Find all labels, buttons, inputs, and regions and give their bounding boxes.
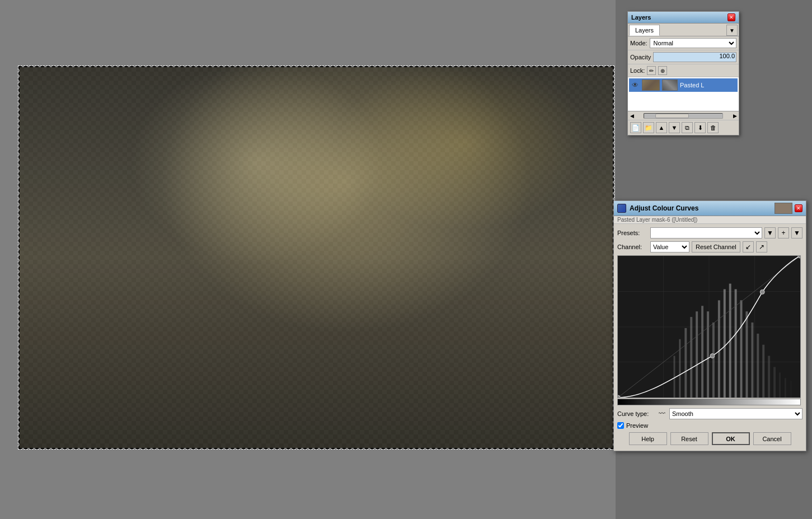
curves-channel-select[interactable]: Value Red Green Blue Alpha bbox=[650, 241, 689, 253]
svg-rect-12 bbox=[707, 311, 709, 398]
curves-content: Presets: ▼ + ▼ Channel: Value Red Green … bbox=[614, 224, 806, 451]
curves-reset-button[interactable]: Reset bbox=[670, 432, 708, 445]
layers-new-layer-btn[interactable]: 📄 bbox=[630, 122, 641, 133]
layers-tab-options[interactable]: ▼ bbox=[726, 25, 738, 36]
curves-preset-options-btn[interactable]: ▼ bbox=[791, 227, 802, 239]
layers-mode-row: Mode: Normal bbox=[628, 36, 739, 50]
svg-rect-9 bbox=[690, 317, 692, 398]
curves-presets-select[interactable] bbox=[650, 227, 762, 239]
scrollbar-thumb[interactable] bbox=[655, 114, 689, 118]
svg-rect-8 bbox=[684, 328, 687, 398]
layers-lock-label: Lock: bbox=[630, 67, 645, 74]
curve-type-wave-icon: 〰 bbox=[659, 410, 665, 418]
curves-titlebar-right: ✕ bbox=[775, 203, 802, 214]
layers-new-group-btn[interactable]: 📁 bbox=[643, 122, 654, 133]
layers-close-button[interactable]: ✕ bbox=[727, 13, 735, 21]
svg-rect-23 bbox=[768, 356, 770, 398]
svg-rect-15 bbox=[724, 289, 726, 398]
layers-panel-title: Layers bbox=[631, 14, 651, 21]
layers-move-down-btn[interactable]: ▼ bbox=[669, 122, 680, 133]
curves-panel: Adjust Colour Curves ✕ Pasted Layer mask… bbox=[613, 200, 806, 451]
scrollbar-left-arrow[interactable]: ◀ bbox=[628, 111, 636, 120]
curves-presets-dropdown-btn[interactable]: ▼ bbox=[764, 227, 776, 239]
curves-add-preset-btn[interactable]: + bbox=[778, 227, 789, 239]
curves-gradient-bar bbox=[617, 399, 801, 405]
svg-rect-11 bbox=[701, 306, 703, 398]
curves-presets-row: Presets: ▼ + ▼ bbox=[617, 227, 802, 239]
layers-opacity-value[interactable]: 100.0 bbox=[653, 52, 736, 62]
kitchen-image bbox=[20, 67, 613, 448]
curves-grid-svg bbox=[618, 256, 800, 398]
curves-graph[interactable] bbox=[617, 255, 801, 398]
curves-input-icon-btn[interactable]: ↙ bbox=[743, 241, 754, 253]
layers-move-up-btn[interactable]: ▲ bbox=[656, 122, 667, 133]
svg-point-32 bbox=[798, 256, 800, 258]
svg-rect-6 bbox=[674, 356, 675, 398]
curves-ok-button[interactable]: OK bbox=[712, 432, 750, 445]
curves-output-icon-btn[interactable]: ↗ bbox=[756, 241, 767, 253]
layer-thumbnail bbox=[642, 80, 660, 91]
curves-panel-icon bbox=[617, 204, 626, 213]
svg-rect-7 bbox=[679, 339, 680, 398]
layers-mode-select[interactable]: Normal bbox=[650, 38, 736, 48]
layer-name: Pasted L bbox=[680, 82, 704, 88]
svg-rect-25 bbox=[779, 372, 781, 398]
svg-rect-27 bbox=[790, 381, 792, 398]
layers-tabs: Layers ▼ bbox=[628, 24, 739, 36]
curve-type-label: Curve type: bbox=[617, 410, 656, 417]
curves-close-button[interactable]: ✕ bbox=[795, 204, 802, 212]
preview-row: Preview bbox=[617, 422, 802, 429]
layer-item[interactable]: 👁 Pasted L bbox=[629, 78, 738, 92]
curves-preview-thumb bbox=[775, 203, 792, 214]
svg-rect-20 bbox=[751, 322, 753, 398]
svg-rect-22 bbox=[762, 345, 764, 398]
layers-tab-layers[interactable]: Layers bbox=[629, 25, 660, 36]
curves-action-buttons: Help Reset OK Cancel bbox=[617, 432, 802, 447]
curves-panel-title: Adjust Colour Curves bbox=[630, 204, 698, 212]
curves-graph-wrapper bbox=[617, 255, 802, 405]
curves-title-left: Adjust Colour Curves bbox=[617, 204, 698, 213]
layers-panel: Layers ✕ Layers ▼ Mode: Normal Opacity 1… bbox=[627, 11, 739, 135]
preview-label[interactable]: Preview bbox=[626, 422, 648, 429]
layers-lock-edit-icon[interactable]: ✏ bbox=[647, 66, 656, 75]
svg-point-30 bbox=[710, 354, 715, 358]
svg-rect-26 bbox=[785, 378, 786, 398]
preview-checkbox[interactable] bbox=[617, 422, 624, 429]
svg-point-31 bbox=[760, 290, 764, 294]
layers-lock-pixel-icon[interactable]: ⊕ bbox=[658, 66, 667, 75]
curve-type-select[interactable]: Smooth Linear Cubic Spline bbox=[669, 408, 802, 419]
curves-channel-row: Channel: Value Red Green Blue Alpha Rese… bbox=[617, 241, 802, 253]
layers-toolbar: 📄 📁 ▲ ▼ ⧉ ⬇ 🗑 bbox=[628, 120, 739, 135]
svg-rect-21 bbox=[757, 334, 759, 398]
layers-mode-label: Mode: bbox=[630, 40, 647, 46]
layers-list: 👁 Pasted L bbox=[628, 77, 739, 111]
svg-point-29 bbox=[618, 395, 620, 398]
scrollbar-right-arrow[interactable]: ▶ bbox=[731, 111, 739, 120]
curve-type-row: Curve type: 〰 Smooth Linear Cubic Spline bbox=[617, 408, 802, 419]
svg-rect-14 bbox=[718, 300, 720, 398]
layers-opacity-row: Opacity 100.0 bbox=[628, 50, 739, 64]
curves-subtitle: Pasted Layer mask-6 ([Untitled]) bbox=[614, 216, 806, 224]
canvas-area bbox=[0, 0, 616, 519]
layers-duplicate-btn[interactable]: ⧉ bbox=[682, 122, 693, 133]
scrollbar-track bbox=[644, 113, 723, 119]
svg-rect-10 bbox=[696, 311, 698, 398]
svg-rect-18 bbox=[740, 300, 743, 398]
layers-merge-btn[interactable]: ⬇ bbox=[694, 122, 706, 133]
curves-help-button[interactable]: Help bbox=[629, 432, 667, 445]
curves-reset-channel-btn[interactable]: Reset Channel bbox=[692, 241, 740, 253]
svg-rect-24 bbox=[773, 367, 776, 398]
curves-presets-label: Presets: bbox=[617, 230, 648, 236]
layers-delete-btn[interactable]: 🗑 bbox=[707, 122, 719, 133]
svg-rect-13 bbox=[712, 322, 715, 398]
layers-titlebar: Layers ✕ bbox=[628, 12, 739, 24]
layer-mask-thumbnail bbox=[662, 80, 678, 91]
layer-visibility-icon[interactable]: 👁 bbox=[631, 81, 640, 90]
layers-lock-row: Lock: ✏ ⊕ bbox=[628, 64, 739, 77]
svg-rect-19 bbox=[745, 311, 748, 398]
layers-scrollbar[interactable]: ◀ ▶ bbox=[628, 111, 739, 120]
curves-titlebar: Adjust Colour Curves ✕ bbox=[614, 201, 806, 216]
layers-opacity-label: Opacity bbox=[630, 54, 651, 60]
curves-cancel-button[interactable]: Cancel bbox=[753, 432, 791, 445]
checkerboard-background bbox=[20, 67, 613, 448]
